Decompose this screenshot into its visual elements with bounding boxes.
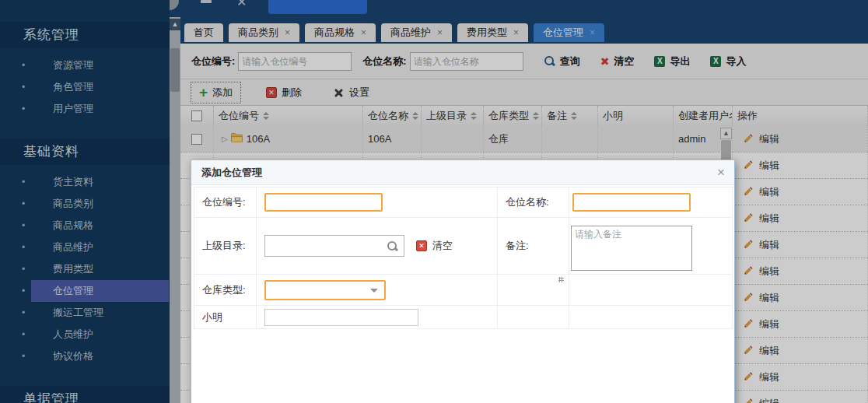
textarea-resize-grip[interactable] (558, 277, 564, 282)
field-parent-label: 上级目录: (194, 218, 257, 275)
field-code-label: 仓位编号: (194, 187, 257, 218)
field-name-input[interactable] (572, 193, 691, 212)
field-wtype-label: 仓库类型: (194, 275, 257, 306)
dialog-close-icon[interactable]: × (717, 165, 725, 180)
chevron-down-icon[interactable] (370, 289, 378, 293)
app-window: ✕ 首页商品类别×商品规格×商品维护×费用类型×仓位管理× 系统管理•资源管理•… (0, 0, 868, 403)
clear-parent-icon: ✕ (416, 240, 427, 251)
dialog-title: 添加仓位管理 (201, 166, 262, 180)
dialog-form: 仓位编号: 仓位名称: 上级目录: ✕ 清空 备注: (194, 187, 734, 329)
lookup-search-icon[interactable] (387, 240, 398, 252)
warehouse-type-combobox[interactable] (264, 280, 386, 300)
add-bin-dialog: 添加仓位管理 × 仓位编号: 仓位名称: 上级目录: ✕ 清 (191, 159, 735, 403)
dialog-title-bar[interactable]: 添加仓位管理 × (191, 160, 734, 185)
note-textarea[interactable] (571, 226, 692, 271)
field-xiaoming-label: 小明 (194, 306, 257, 329)
field-name-label: 仓位名称: (498, 187, 569, 218)
clear-parent-label: 清空 (432, 239, 453, 253)
parent-lookup-input[interactable] (264, 235, 404, 257)
xiaoming-input[interactable] (264, 309, 418, 326)
clear-parent-button[interactable]: ✕ 清空 (416, 239, 453, 253)
field-note-label: 备注: (498, 218, 569, 275)
field-code-input[interactable] (264, 193, 383, 212)
